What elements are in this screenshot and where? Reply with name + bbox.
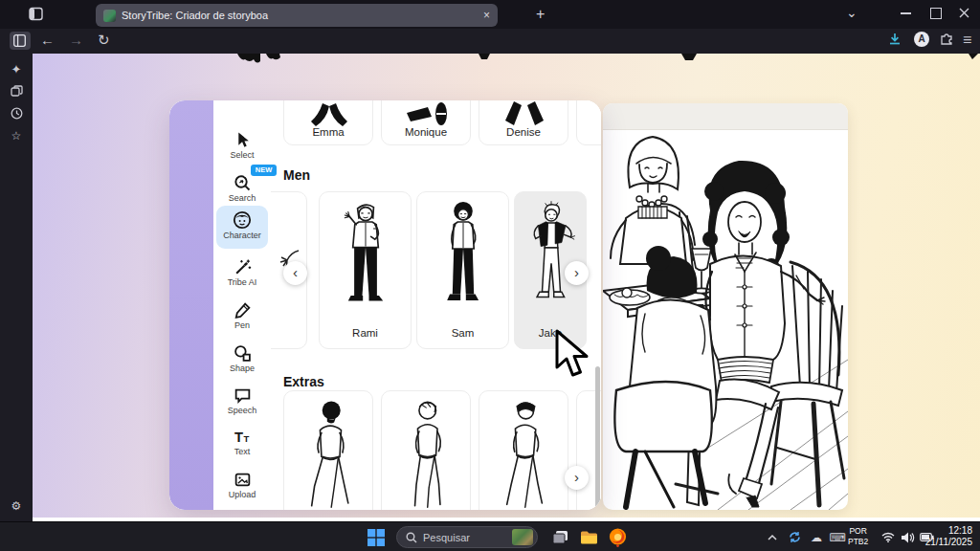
file-explorer-button[interactable] <box>576 522 601 551</box>
bookmarks-icon[interactable]: ☆ <box>0 129 33 143</box>
forward-icon[interactable]: → <box>69 32 83 48</box>
touch-keyboard-icon[interactable]: ⌨ <box>828 522 847 551</box>
character-face-icon <box>233 210 252 230</box>
rami-art <box>332 199 399 319</box>
extras-card-3[interactable] <box>479 390 568 510</box>
back-icon[interactable]: ← <box>40 32 55 48</box>
section-title-extras: Extras <box>283 374 324 389</box>
section-title-men: Men <box>283 167 310 183</box>
character-name: Denise <box>479 126 568 138</box>
tool-upload[interactable]: Upload <box>216 471 268 499</box>
taskbar: Pesquisar ☁ ⌨ POR PTB2 <box>0 521 980 551</box>
svg-text:T: T <box>243 433 249 444</box>
start-button[interactable] <box>364 522 389 551</box>
wifi-icon[interactable] <box>879 522 898 551</box>
sync-tray-icon[interactable] <box>785 522 804 551</box>
character-card-partial[interactable] <box>576 100 601 145</box>
emma-feet-art <box>307 103 351 126</box>
new-tab-button[interactable]: + <box>536 7 545 22</box>
tab-list-chevron-icon[interactable]: ⌄ <box>846 6 858 19</box>
tab-close-icon[interactable]: × <box>483 9 490 22</box>
character-panel: Emma Monique Denise Men <box>271 100 601 510</box>
browser-tab[interactable]: StoryTribe: Criador de storyboa × <box>96 4 498 27</box>
chevron-left-icon: ‹ <box>293 264 298 280</box>
search-placeholder: Pesquisar <box>423 532 506 543</box>
screen: StoryTribe: Criador de storyboa × + ⌄ ← … <box>0 0 980 551</box>
tool-character[interactable]: Character <box>216 206 268 249</box>
taskbar-search[interactable]: Pesquisar <box>396 526 538 548</box>
hidden-icons-chevron[interactable] <box>764 522 781 551</box>
character-name: Emma <box>284 126 372 138</box>
character-card-monique[interactable]: Monique <box>381 100 471 145</box>
extras-card-1[interactable] <box>283 390 373 510</box>
synced-tabs-icon[interactable] <box>0 85 33 100</box>
history-icon[interactable] <box>0 107 33 122</box>
downloads-icon[interactable] <box>888 33 902 51</box>
new-badge: NEW <box>251 165 277 176</box>
character-name: Sam <box>417 327 508 339</box>
tool-tribe-ai[interactable]: Tribe AI <box>216 258 268 287</box>
tool-text[interactable]: TT Text <box>216 428 268 456</box>
settings-gear-icon[interactable]: ⚙ <box>0 499 33 513</box>
account-icon[interactable]: A <box>914 32 929 47</box>
background-doodle <box>235 54 283 68</box>
extensions-icon[interactable] <box>940 33 953 50</box>
chevron-right-icon: › <box>574 469 579 485</box>
ai-chat-icon[interactable]: ✦ <box>0 62 33 77</box>
clock-time: 12:18 <box>925 525 972 537</box>
storyboard-frame[interactable] <box>603 103 848 510</box>
carousel-right-button[interactable]: › <box>565 261 589 285</box>
speech-bubble-icon <box>234 386 252 405</box>
cursor-icon <box>234 131 252 149</box>
extras-card-2[interactable] <box>381 390 471 510</box>
svg-text:T: T <box>234 430 243 445</box>
monique-feet-art <box>403 101 451 126</box>
character-drawer: Select Search Character Tribe AI <box>169 100 601 510</box>
mouse-cursor <box>554 329 592 379</box>
browser-navbar: ← → ↻ storytribeapp-com.translate.goog /… <box>0 29 980 54</box>
carousel-left-button[interactable]: ‹ <box>283 261 307 285</box>
text-icon: TT <box>234 428 252 446</box>
extra-walking-art <box>493 399 556 510</box>
window-close-button[interactable] <box>959 6 969 20</box>
character-card-denise[interactable]: Denise <box>479 100 568 145</box>
extra-walking-art <box>298 399 361 510</box>
menu-icon[interactable]: ≡ <box>963 32 971 49</box>
recent-browsing-icon[interactable] <box>29 7 43 23</box>
volume-icon[interactable] <box>898 522 917 551</box>
image-upload-icon <box>234 471 252 489</box>
storytribe-page: Select Search Character Tribe AI <box>33 54 980 518</box>
window-maximize-button[interactable] <box>930 8 942 19</box>
browser-titlebar: StoryTribe: Criador de storyboa × + ⌄ <box>0 0 980 29</box>
language-code: POR <box>848 526 868 537</box>
task-view-button[interactable] <box>547 522 572 551</box>
character-card-rami[interactable]: Rami <box>319 191 412 349</box>
tab-title: StoryTribe: Criador de storyboa <box>122 10 478 21</box>
tool-shape[interactable]: Shape <box>216 344 268 373</box>
search-highlight-image[interactable] <box>512 529 533 545</box>
background-doodle <box>681 54 697 61</box>
character-card-sam[interactable]: Sam <box>416 191 509 349</box>
firefox-button[interactable] <box>605 522 630 551</box>
keyboard-layout: PTB2 <box>848 537 868 547</box>
window-minimize-button[interactable] <box>901 12 911 14</box>
drawer-purple-strip <box>169 100 213 510</box>
cafe-scene-illustration <box>603 103 848 510</box>
tool-search[interactable]: Search <box>216 174 268 203</box>
tool-speech[interactable]: Speech <box>216 386 268 415</box>
onedrive-cloud-icon[interactable]: ☁ <box>807 522 826 551</box>
tool-pen[interactable]: Pen <box>216 301 268 330</box>
language-indicator[interactable]: POR PTB2 <box>848 526 868 547</box>
extras-right-button[interactable]: › <box>565 466 589 490</box>
clock-date: 21/11/2025 <box>925 537 972 548</box>
panel-scrollbar[interactable] <box>595 366 600 508</box>
sidebar-toggle-button[interactable] <box>10 32 31 50</box>
reload-icon[interactable]: ↻ <box>98 32 110 49</box>
taskbar-clock[interactable]: 12:18 21/11/2025 <box>925 525 972 548</box>
jake-art <box>519 199 584 319</box>
search-icon <box>406 532 417 543</box>
tool-select[interactable]: Select <box>216 131 268 160</box>
pen-icon <box>234 301 252 320</box>
character-card-emma[interactable]: Emma <box>283 100 373 145</box>
chevron-right-icon: › <box>574 264 579 280</box>
